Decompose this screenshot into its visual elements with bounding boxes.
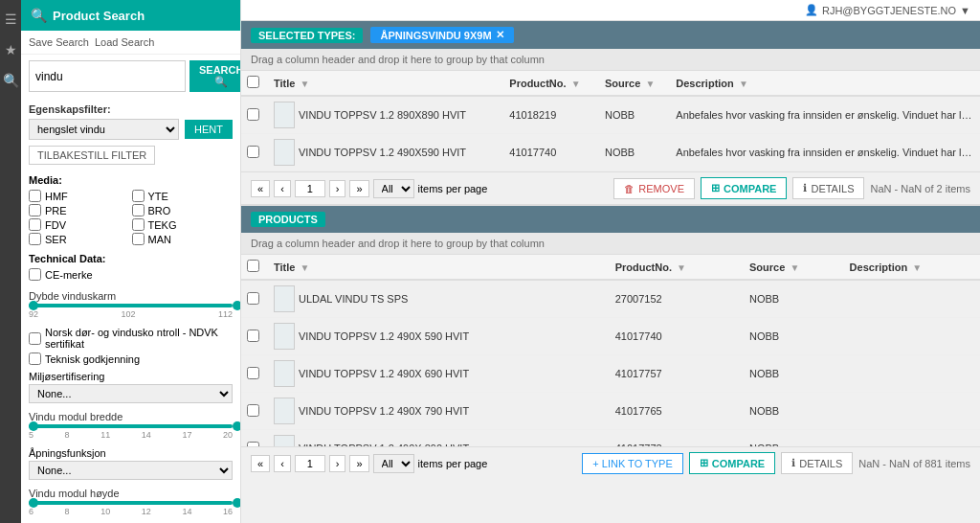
p-per-page-select[interactable]: All [373, 454, 414, 473]
selected-compare-button[interactable]: ⊞ COMPARE [701, 177, 787, 199]
media-item-bro: BRO [132, 204, 234, 216]
productno-filter-icon[interactable]: ▼ [571, 79, 581, 89]
row-source: NOBB [744, 318, 844, 355]
slider-track-modul-hoyde[interactable] [29, 501, 233, 505]
close-icon[interactable]: ✕ [496, 29, 504, 41]
row-product-no: 41017740 [610, 318, 744, 355]
filter-select[interactable]: hengslet vindu [29, 119, 179, 140]
desc-filter-icon[interactable]: ▼ [739, 79, 748, 89]
products-details-button[interactable]: ℹ DETAILS [781, 452, 853, 474]
sidebar-header: 🔍 Product Search [21, 0, 240, 31]
per-page-select-wrap: All items per page [373, 179, 488, 198]
media-check-bro[interactable] [132, 204, 145, 216]
reset-filter-button[interactable]: TILBAKESTILL FILTER [29, 146, 155, 165]
row-check [241, 355, 268, 393]
selected-pagination: « ‹ › » All items per page [251, 179, 487, 198]
selected-panel-footer: « ‹ › » All items per page 🗑 REMOVE [241, 171, 980, 204]
selected-types-tag: SELECTED TYPES: [251, 28, 363, 43]
remove-button[interactable]: 🗑 REMOVE [613, 178, 695, 199]
products-compare-button[interactable]: ⊞ COMPARE [689, 452, 775, 474]
media-check-pre[interactable] [29, 204, 41, 216]
p-page-first-btn[interactable]: « [251, 455, 270, 472]
chevron-down-icon[interactable]: ▼ [960, 5, 970, 16]
save-search-button[interactable]: Save Search [29, 36, 89, 48]
media-check-tekg[interactable] [132, 218, 145, 231]
p-page-input[interactable] [295, 455, 325, 472]
p-source-filter-icon[interactable]: ▼ [790, 262, 799, 273]
row-source: NOBB [744, 430, 844, 447]
slider-thumb-right-modul-bredde[interactable] [233, 421, 241, 431]
page-input[interactable] [295, 180, 325, 197]
search-side-icon[interactable]: 🔍 [0, 69, 23, 92]
selected-col-source: Source ▼ [599, 71, 670, 96]
media-check-ser[interactable] [29, 233, 41, 245]
tech-section: Technical Data: CE-merke [21, 249, 240, 286]
row-product-no: 41017773 [610, 430, 744, 447]
p-productno-filter-icon[interactable]: ▼ [677, 262, 686, 273]
media-check-hmf[interactable] [29, 190, 41, 202]
p-desc-filter-icon[interactable]: ▼ [912, 262, 922, 273]
slider-dybde: Dybde vinduskarm 92102112 [21, 286, 240, 325]
source-filter-icon[interactable]: ▼ [645, 79, 655, 89]
row-title: VINDU TOPPSV 1.2 490X 590 HVIT [268, 318, 610, 355]
miljo-filter: Miljøsertifisering None... [21, 369, 240, 407]
link-to-type-button[interactable]: + LINK TO TYPE [582, 453, 682, 474]
norsk-checkbox[interactable] [29, 332, 41, 345]
tech-title: Technical Data: [29, 253, 233, 264]
p-page-prev-btn[interactable]: ‹ [274, 455, 291, 472]
menu-icon[interactable]: ☰ [1, 8, 21, 31]
apning-select[interactable]: None... [29, 461, 233, 480]
hent-button[interactable]: HENT [185, 120, 233, 139]
row-title: VINDU TOPPSV 1.2 890X890 HVIT [268, 96, 503, 134]
products-tag: PRODUCTS [251, 212, 325, 227]
slider-track-modul-bredde[interactable] [29, 424, 233, 428]
selected-panel-header: SELECTED TYPES: ÅPNINGSVINDU 9X9M ✕ [241, 21, 980, 49]
page-first-btn[interactable]: « [251, 180, 270, 197]
miljo-select[interactable]: None... [29, 384, 233, 403]
media-item-fdv: FDV [29, 218, 130, 231]
media-check-man[interactable] [132, 233, 145, 245]
media-check-fdv[interactable] [29, 218, 41, 231]
slider-track-dybde[interactable] [29, 304, 233, 307]
apningsvindu-tag[interactable]: ÅPNINGSVINDU 9X9M ✕ [370, 27, 513, 43]
search-button[interactable]: SEARCH 🔍 [189, 60, 241, 92]
slider-thumb-left-modul-hoyde[interactable] [29, 498, 38, 508]
slider-thumb-left-modul-bredde[interactable] [29, 421, 38, 431]
products-table-container[interactable]: Title ▼ ProductNo. ▼ Source ▼ Descriptio… [241, 255, 980, 446]
p-title-filter-icon[interactable]: ▼ [300, 262, 309, 273]
products-select-all[interactable] [247, 260, 259, 272]
slider-modul-bredde: Vindu modul bredde 5811141720 [21, 407, 240, 445]
title-filter-icon[interactable]: ▼ [300, 79, 309, 89]
p-page-next-btn[interactable]: › [329, 455, 346, 472]
slider-thumb-right-modul-hoyde[interactable] [233, 498, 241, 508]
search-input[interactable] [29, 60, 186, 92]
search-header-icon: 🔍 [31, 8, 47, 23]
per-page-select[interactable]: All [373, 179, 414, 198]
slider-thumb-left-dybde[interactable] [29, 301, 38, 310]
row-description [844, 318, 980, 355]
products-table-header: Title ▼ ProductNo. ▼ Source ▼ Descriptio… [241, 255, 980, 280]
selected-details-button[interactable]: ℹ DETAILS [792, 177, 864, 199]
p-page-last-btn[interactable]: » [349, 455, 368, 472]
table-row: ULDAL VINDU TS SPS 27007152 NOBB [241, 280, 980, 318]
select-all-checkbox[interactable] [247, 76, 259, 88]
row-description [844, 280, 980, 318]
page-prev-btn[interactable]: ‹ [274, 180, 291, 197]
page-last-btn[interactable]: » [349, 180, 368, 197]
page-next-btn[interactable]: › [329, 180, 346, 197]
slider-thumb-right-dybde[interactable] [233, 301, 241, 310]
selected-table-container[interactable]: Title ▼ ProductNo. ▼ Source ▼ Descriptio… [241, 71, 980, 171]
teknisk-checkbox[interactable] [29, 352, 41, 365]
products-panel: PRODUCTS Drag a column header and drop i… [241, 206, 980, 523]
selected-drag-hint: Drag a column header and drop it here to… [241, 49, 980, 71]
sidebar: 🔍 Product Search Save Search Load Search… [21, 0, 241, 523]
star-icon[interactable]: ★ [1, 38, 21, 61]
load-search-button[interactable]: Load Search [95, 36, 154, 48]
tech-check-ce[interactable] [29, 268, 41, 281]
top-bar: 👤 RJH@BYGGTJENESTE.NO ▼ [241, 0, 980, 21]
row-check [241, 134, 268, 171]
selected-table: Title ▼ ProductNo. ▼ Source ▼ Descriptio… [241, 71, 980, 171]
p-details-icon: ℹ [791, 457, 795, 469]
media-check-yte[interactable] [132, 190, 145, 202]
media-title: Media: [29, 174, 233, 186]
